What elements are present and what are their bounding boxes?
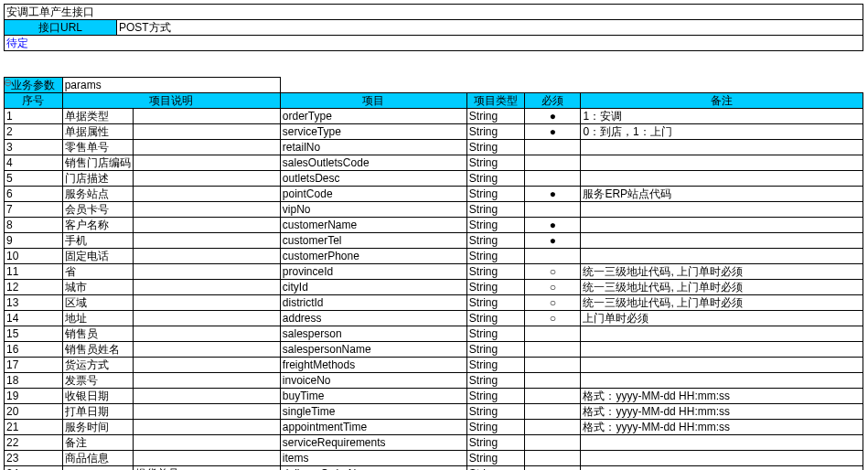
table-row: 22备注serviceRequirementsString xyxy=(5,435,863,451)
cell-item: address xyxy=(280,311,466,326)
cell-desc2 xyxy=(133,249,280,264)
cell-remark xyxy=(581,202,863,218)
col-item-header: 项目 xyxy=(280,93,466,109)
table-row: 4销售门店编码salesOutletsCodeString xyxy=(5,155,863,171)
cell-seq: 21 xyxy=(5,420,63,435)
cell-desc2 xyxy=(133,264,280,280)
cell-type: String xyxy=(466,140,525,155)
cell-desc1: 单据类型 xyxy=(62,109,133,124)
cell-remark: 格式：yyyy-MM-dd HH:mm:ss xyxy=(581,389,863,404)
cell-seq: 10 xyxy=(5,249,63,264)
cell-type: String xyxy=(466,311,525,326)
cell-type: String xyxy=(466,280,525,295)
cell-seq: 11 xyxy=(5,264,63,280)
cell-desc2 xyxy=(133,326,280,342)
cell-item: serviceType xyxy=(280,124,466,140)
cell-desc1: 省 xyxy=(62,264,133,280)
cell-remark xyxy=(581,249,863,264)
cell-type: String xyxy=(466,233,525,249)
cell-item: retailNo xyxy=(280,140,466,155)
table-row: 3零售单号retailNoString xyxy=(5,140,863,155)
cell-must xyxy=(525,389,581,404)
header-table: 安调工单产生接口 接口URL POST方式 待定 xyxy=(4,4,863,77)
table-row: 16销售员姓名salespersonNameString xyxy=(5,342,863,358)
cell-must xyxy=(525,326,581,342)
cell-desc2 xyxy=(133,233,280,249)
cell-desc1: 地址 xyxy=(62,311,133,326)
cell-desc1: 门店描述 xyxy=(62,171,133,187)
cell-must xyxy=(525,435,581,451)
cell-remark: 1：安调 xyxy=(581,109,863,124)
cell-type: String xyxy=(466,187,525,202)
cell-must xyxy=(525,451,581,466)
cell-seq: 5 xyxy=(5,171,63,187)
cell-desc1: 销售员姓名 xyxy=(62,342,133,358)
cell-desc1: 商品信息 xyxy=(62,451,133,466)
cell-must xyxy=(525,358,581,373)
cell-seq: 17 xyxy=(5,358,63,373)
cell-desc1: 手机 xyxy=(62,233,133,249)
table-row: 18发票号invoiceNoString xyxy=(5,373,863,389)
cell-remark: 统一三级地址代码, 上门单时必须 xyxy=(581,280,863,295)
cell-item: provinceId xyxy=(280,264,466,280)
cell-remark: 统一三级地址代码, 上门单时必须 xyxy=(581,295,863,311)
table-row: 15销售员salespersonString xyxy=(5,326,863,342)
cell-type: String xyxy=(466,435,525,451)
table-row: 10固定电话customerPhoneString xyxy=(5,249,863,264)
cell-desc1: 区域 xyxy=(62,295,133,311)
cell-seq: 4 xyxy=(5,155,63,171)
cell-desc1: 单据属性 xyxy=(62,124,133,140)
cell-type: String xyxy=(466,404,525,420)
cell-must xyxy=(525,249,581,264)
outline-mark-icon: ⊖ xyxy=(4,77,12,89)
cell-item: cityId xyxy=(280,280,466,295)
cell-type: String xyxy=(466,326,525,342)
cell-item: salesOutletsCode xyxy=(280,155,466,171)
table-row: 20打单日期singleTimeString格式：yyyy-MM-dd HH:m… xyxy=(5,404,863,420)
cell-desc2 xyxy=(133,280,280,295)
cell-must xyxy=(525,155,581,171)
cell-type: String xyxy=(466,295,525,311)
cell-seq: 19 xyxy=(5,389,63,404)
table-row: 1单据类型orderTypeString●1：安调 xyxy=(5,109,863,124)
cell-remark xyxy=(581,373,863,389)
cell-desc1: 固定电话 xyxy=(62,249,133,264)
cell-item: salespersonName xyxy=(280,342,466,358)
table-row: 21服务时间appointmentTimeString格式：yyyy-MM-dd… xyxy=(5,420,863,435)
cell-desc1: 货运方式 xyxy=(62,358,133,373)
cell-item: customerTel xyxy=(280,233,466,249)
cell-desc2 xyxy=(133,451,280,466)
cell-seq: 23 xyxy=(5,451,63,466)
table-row: 5门店描述outletsDescString xyxy=(5,171,863,187)
cell-desc1: 销售员 xyxy=(62,326,133,342)
cell-desc1 xyxy=(62,466,133,471)
cell-type: String xyxy=(466,109,525,124)
spacer xyxy=(5,51,863,78)
cell-must: ● xyxy=(525,218,581,233)
cell-seq: 6 xyxy=(5,187,63,202)
cell-desc1: 备注 xyxy=(62,435,133,451)
cell-must: ○ xyxy=(525,280,581,295)
cell-desc1: 城市 xyxy=(62,280,133,295)
cell-seq: 7 xyxy=(5,202,63,218)
cell-desc1: 服务时间 xyxy=(62,420,133,435)
url-label: 接口URL xyxy=(5,20,117,36)
col-must-header: 必须 xyxy=(525,93,581,109)
cell-item: salesperson xyxy=(280,326,466,342)
col-type-header: 项目类型 xyxy=(466,93,525,109)
cell-type: String xyxy=(466,124,525,140)
cell-type: String xyxy=(466,155,525,171)
cell-must xyxy=(525,420,581,435)
cell-desc2 xyxy=(133,435,280,451)
table-row: 23商品信息itemsString xyxy=(5,451,863,466)
cell-desc2 xyxy=(133,155,280,171)
cell-desc1: 收银日期 xyxy=(62,389,133,404)
cell-desc1: 销售门店编码 xyxy=(62,155,133,171)
cell-seq: 8 xyxy=(5,218,63,233)
cell-must xyxy=(525,404,581,420)
cell-desc2 xyxy=(133,389,280,404)
cell-item: invoiceNo xyxy=(280,373,466,389)
col-seq-header: 序号 xyxy=(5,93,63,109)
cell-type: String xyxy=(466,451,525,466)
cell-remark xyxy=(581,342,863,358)
